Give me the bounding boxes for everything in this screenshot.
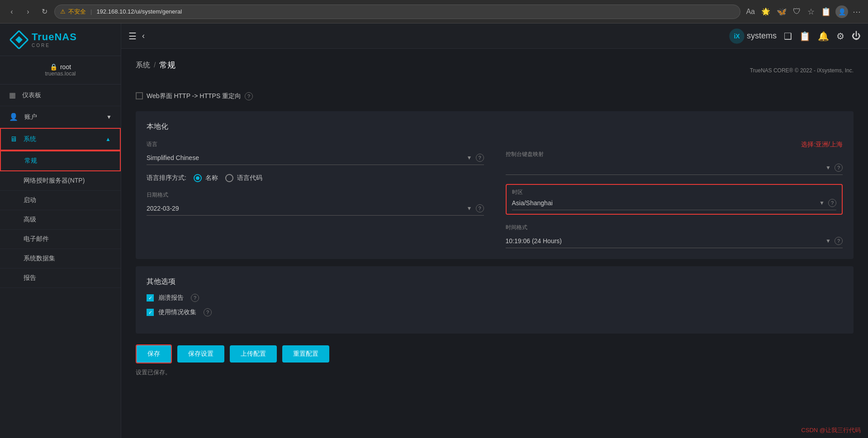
usage-collect-checkbox[interactable]: ✓ — [147, 309, 154, 316]
radio-outer-2 — [225, 174, 233, 182]
usage-collect-help[interactable]: ? — [204, 308, 212, 316]
chevron-down-icon: ▼ — [106, 114, 112, 120]
crash-report-checkbox[interactable]: ✓ — [147, 294, 154, 301]
crash-report-row: ✓ 崩溃报告 ? — [147, 294, 843, 302]
more-button[interactable]: ⋯ — [851, 5, 863, 19]
crash-report-help[interactable]: ? — [191, 294, 199, 302]
browser-icon-5[interactable]: ☆ — [806, 5, 816, 19]
top-bar-left: ☰ ‹ — [128, 31, 145, 42]
lang-sort-code-option[interactable]: 语言代码 — [225, 174, 262, 182]
subitem-label: 启动 — [24, 196, 36, 204]
http-redirect-row: Web界面 HTTP -> HTTPS 重定向 ? — [136, 92, 854, 100]
sidebar-subitem-email[interactable]: 电子邮件 — [0, 230, 121, 249]
accounts-icon: 👤 — [9, 113, 18, 121]
left-col: 语言 Simplified Chinese ▼ ? 语言排序方式: — [147, 141, 484, 248]
browser-icon-6[interactable]: 📋 — [819, 5, 833, 19]
reset-config-button[interactable]: 重置配置 — [282, 345, 329, 363]
chevron-up-icon: ▲ — [105, 136, 111, 142]
lang-sort-group: 语言排序方式: 名称 语言代码 — [147, 174, 484, 182]
reload-button[interactable]: ↻ — [38, 5, 51, 18]
timezone-field: 时区 Asia/Shanghai ▼ ? — [506, 184, 843, 215]
bell-icon[interactable]: 🔔 — [818, 31, 829, 42]
console-keyboard-label: 控制台键盘映射 — [506, 151, 843, 158]
other-options-section: 其他选项 ✓ 崩溃报告 ? ✓ 使用情况收集 ? — [136, 266, 854, 334]
sidebar-item-system[interactable]: 🖥 系统 ▲ — [0, 128, 121, 151]
language-select[interactable]: Simplified Chinese ▼ ? — [147, 151, 484, 165]
http-redirect-help[interactable]: ? — [245, 92, 253, 100]
date-format-help[interactable]: ? — [476, 204, 484, 212]
radio-inner — [196, 176, 199, 180]
logo-text: TrueNAS CORE — [32, 31, 77, 48]
other-options-title: 其他选项 — [147, 277, 843, 287]
sidebar-subitem-ntp[interactable]: 网络授时服务器(NTP) — [0, 171, 121, 191]
upload-config-button[interactable]: 上传配置 — [230, 345, 277, 363]
timezone-select[interactable]: Asia/Shanghai ▼ ? — [512, 196, 837, 210]
ix-systems-logo: iX systems — [729, 28, 777, 44]
hamburger-button[interactable]: ☰ — [128, 31, 137, 42]
sidebar-subitem-boot[interactable]: 启动 — [0, 191, 121, 210]
system-submenu: 常规 网络授时服务器(NTP) 启动 高级 电子邮件 系统数据集 — [0, 151, 121, 288]
sidebar-subitem-sysds[interactable]: 系统数据集 — [0, 249, 121, 268]
address-bar[interactable]: ⚠ 不安全 | 192.168.10.12/ui/system/general — [54, 5, 740, 19]
sidebar-subitem-advanced[interactable]: 高级 — [0, 210, 121, 230]
topbar-back-button[interactable]: ‹ — [142, 31, 145, 41]
browser-icon-3[interactable]: 🦋 — [775, 5, 788, 19]
copyright: TrueNAS CORE® © 2022 - iXsystems, Inc. — [750, 67, 854, 74]
breadcrumb-separator: / — [154, 61, 156, 69]
avatar-icon[interactable]: 👤 — [835, 5, 848, 18]
time-format-help[interactable]: ? — [835, 237, 843, 245]
gear-icon[interactable]: ⚙ — [836, 31, 844, 42]
localization-form: 语言 Simplified Chinese ▼ ? 语言排序方式: — [147, 141, 843, 248]
system-icon: 🖥 — [10, 135, 17, 143]
date-format-field: 日期格式 2022-03-29 ▼ ? — [147, 191, 484, 216]
sidebar-item-accounts[interactable]: 👤 账户 ▼ — [0, 106, 121, 128]
save-status: 设置已保存。 — [136, 368, 854, 377]
power-icon[interactable]: ⏻ — [852, 31, 861, 41]
browser-toolbar: Aa 🌟 🦋 🛡 ☆ 📋 👤 ⋯ — [744, 5, 863, 19]
sidebar-logo: TrueNAS CORE — [0, 24, 121, 56]
back-button[interactable]: ‹ — [5, 5, 18, 18]
console-keyboard-help[interactable]: ? — [835, 164, 843, 172]
breadcrumb: 系统 / 常规 — [136, 60, 175, 71]
date-format-select[interactable]: 2022-03-29 ▼ ? — [147, 202, 484, 216]
svg-text:iX: iX — [734, 33, 740, 40]
timezone-help[interactable]: ? — [828, 199, 836, 207]
lang-sort-name-option[interactable]: 名称 — [194, 174, 218, 182]
lang-sort-label: 语言排序方式: — [147, 174, 186, 182]
browser-icon-2[interactable]: 🌟 — [759, 5, 772, 18]
radio-outer — [194, 174, 202, 182]
sidebar-item-label: 仪表板 — [22, 91, 41, 99]
right-col: 选择:亚洲/上海 控制台键盘映射 ▼ ? 时区 — [506, 141, 843, 248]
subitem-label: 常规 — [24, 157, 37, 165]
console-keyboard-select[interactable]: ▼ ? — [506, 161, 843, 175]
browser-icon-1[interactable]: Aa — [744, 6, 757, 18]
save-button[interactable]: 保存 — [136, 344, 172, 363]
sidebar-item-dashboard[interactable]: ▦ 仪表板 — [0, 85, 121, 106]
console-keyboard-field: 控制台键盘映射 ▼ ? — [506, 151, 843, 175]
security-label: 不安全 — [68, 8, 86, 16]
http-redirect-checkbox[interactable] — [136, 92, 143, 99]
time-format-select[interactable]: 10:19:06 (24 Hours) ▼ ? — [506, 234, 843, 248]
browser-icon-4[interactable]: 🛡 — [791, 5, 803, 18]
browser-chrome: ‹ › ↻ ⚠ 不安全 | 192.168.10.12/ui/system/ge… — [0, 0, 868, 24]
clipboard-icon[interactable]: 📋 — [799, 31, 811, 42]
language-help[interactable]: ? — [476, 154, 484, 162]
usage-collect-row: ✓ 使用情况收集 ? — [147, 308, 843, 316]
sidebar-item-label: 系统 — [24, 135, 36, 143]
layers-icon[interactable]: ❑ — [784, 31, 792, 42]
ix-logo-icon: iX — [729, 28, 745, 44]
lang-sort-field: 语言排序方式: 名称 语言代码 — [147, 174, 484, 182]
sidebar: TrueNAS CORE 🔒 root truenas.local ▦ 仪表板 … — [0, 24, 121, 438]
sidebar-subitem-report[interactable]: 报告 — [0, 268, 121, 288]
language-dropdown-arrow: ▼ — [467, 155, 472, 161]
timezone-dropdown-arrow: ▼ — [819, 200, 825, 206]
breadcrumb-parent: 系统 — [136, 61, 150, 70]
save-config-button[interactable]: 保存设置 — [177, 345, 224, 363]
sidebar-subitem-general[interactable]: 常规 — [0, 151, 121, 171]
logo-truenas: TrueNAS — [32, 31, 77, 43]
user-name: 🔒 root — [50, 63, 71, 71]
top-bar-right: iX systems ❑ 📋 🔔 ⚙ ⏻ — [729, 28, 861, 44]
forward-button[interactable]: › — [22, 5, 34, 18]
action-buttons: 保存 保存设置 上传配置 重置配置 — [136, 344, 854, 363]
language-value: Simplified Chinese — [147, 154, 463, 161]
